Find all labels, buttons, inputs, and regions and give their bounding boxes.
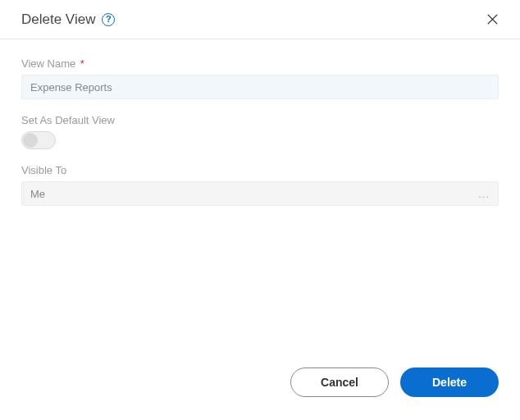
default-view-group: Set As Default View — [21, 114, 499, 149]
view-name-label-text: View Name — [21, 57, 75, 70]
dialog-footer: Cancel Delete — [290, 368, 499, 397]
visible-to-group: Visible To Me ... — [21, 164, 499, 206]
dialog-header: Delete View ? — [0, 0, 520, 39]
toggle-knob — [23, 133, 38, 148]
default-view-toggle[interactable] — [21, 131, 56, 149]
dialog-title: Delete View — [21, 11, 95, 28]
visible-to-label: Visible To — [21, 164, 499, 176]
close-button[interactable] — [483, 10, 502, 29]
ellipsis-icon: ... — [478, 188, 490, 200]
default-view-label: Set As Default View — [21, 114, 499, 126]
view-name-input[interactable] — [21, 75, 499, 99]
close-icon — [486, 13, 499, 25]
delete-button[interactable]: Delete — [400, 368, 499, 397]
help-icon[interactable]: ? — [102, 13, 115, 26]
required-asterisk: * — [80, 57, 84, 70]
view-name-label: View Name * — [21, 57, 499, 70]
dialog-title-wrap: Delete View ? — [21, 11, 115, 28]
visible-to-value: Me — [30, 188, 45, 200]
cancel-button[interactable]: Cancel — [290, 368, 389, 397]
visible-to-select[interactable]: Me ... — [21, 181, 499, 206]
dialog-body: View Name * Set As Default View Visible … — [0, 39, 520, 239]
view-name-group: View Name * — [21, 57, 499, 99]
